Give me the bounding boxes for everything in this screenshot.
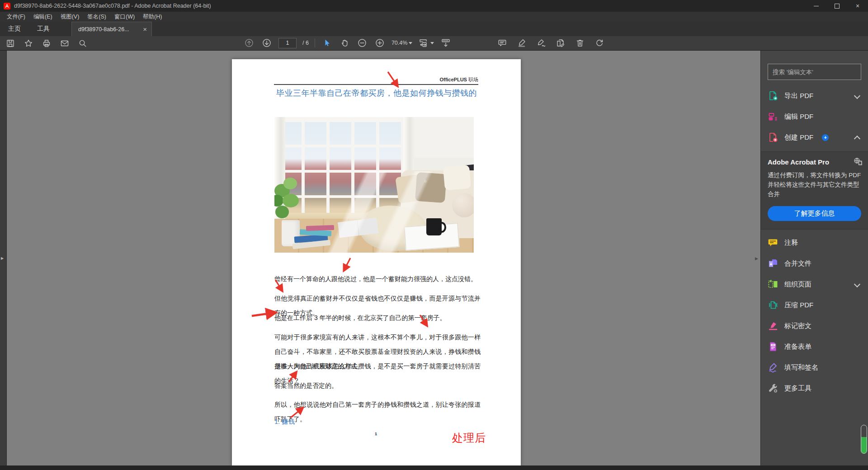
promo-body: 通过付费订阅，将文件转换为 PDF 并轻松将这些文件与其它文件类型合并: [768, 170, 861, 199]
toolbar-divider: [315, 38, 315, 47]
toolbar: / 6 70.4%: [0, 36, 868, 51]
menu-view[interactable]: 视图(V): [57, 12, 84, 22]
maximize-button[interactable]: [826, 0, 847, 12]
sidebar-item-combine-files[interactable]: 合并文件: [761, 253, 868, 274]
highlight-tool-button[interactable]: [516, 37, 528, 49]
minimize-button[interactable]: [806, 0, 826, 12]
titlebar: d9f38970-8ab6-2622-5448-3a067ae0c078.pdf…: [0, 0, 868, 12]
tools-search-input[interactable]: [768, 64, 861, 80]
menu-help[interactable]: 帮助(H): [139, 12, 166, 22]
window-bottom-edge: [0, 465, 868, 470]
edit-pdf-icon: [768, 111, 778, 122]
sidebar-item-prepare-form[interactable]: 准备表单: [761, 336, 868, 357]
maximize-icon: [835, 4, 840, 9]
sidebar-item-more-tools[interactable]: 更多工具: [761, 378, 868, 399]
tab-close-icon[interactable]: ×: [142, 25, 148, 33]
zoom-in-button[interactable]: [374, 37, 386, 49]
menu-sign[interactable]: 签名(S): [83, 12, 110, 22]
menu-edit[interactable]: 编辑(E): [29, 12, 57, 22]
reading-mode-button[interactable]: [440, 37, 452, 49]
chevron-down-icon[interactable]: [854, 93, 860, 99]
tab-home[interactable]: 主页: [0, 22, 29, 36]
zoom-out-button[interactable]: [356, 37, 368, 49]
tools-sidebar: 导出 PDF 编辑 PDF 创建 PDF +: [760, 51, 868, 465]
export-pdf-icon: [768, 90, 778, 101]
chevron-down-icon[interactable]: [854, 281, 860, 287]
menu-window[interactable]: 窗口(W): [110, 12, 139, 22]
photo-magazine: [306, 225, 334, 231]
search-icon[interactable]: [77, 38, 89, 49]
email-button[interactable]: [59, 38, 71, 49]
page-number-input[interactable]: [278, 38, 297, 48]
save-button[interactable]: [5, 38, 16, 49]
delete-page-button[interactable]: [574, 37, 586, 49]
hand-tool-button[interactable]: [339, 37, 350, 49]
acrobat-window: d9f38970-8ab6-2622-5448-3a067ae0c078.pdf…: [0, 0, 868, 470]
red-arrow-paragraph3: [252, 313, 274, 316]
right-panel-toggle-icon[interactable]: ▶: [755, 256, 758, 261]
sidebar-item-label: 压缩 PDF: [784, 301, 813, 310]
sidebar-item-label: 填写和签名: [784, 363, 818, 372]
sidebar-item-redact[interactable]: 标记密文: [761, 315, 868, 336]
learn-more-button[interactable]: 了解更多信息: [768, 206, 861, 221]
photo-cushion: [415, 172, 447, 203]
sidebar-item-organize-pages[interactable]: 组织页面: [761, 274, 868, 295]
edit-page-tool-button[interactable]: [555, 37, 566, 49]
compress-pdf-icon: [768, 300, 778, 310]
close-icon: ×: [856, 2, 859, 9]
fill-sign-icon: [768, 362, 778, 373]
sidebar-item-label: 合并文件: [784, 259, 811, 268]
chevron-up-icon[interactable]: [854, 136, 860, 142]
left-panel-expand-icon[interactable]: ▶: [1, 256, 4, 260]
main-area: ▶ ▶ OfficePLUS 职场 毕业三年半靠自己在帝都买房，他是如何挣钱与攒…: [0, 51, 868, 465]
sidebar-item-label: 标记密文: [784, 322, 811, 330]
photo-cushion: [443, 165, 471, 191]
sidebar-item-label: 更多工具: [784, 384, 811, 393]
page-number: 1: [375, 432, 377, 436]
minimize-icon: [814, 6, 819, 6]
photo-mug: [426, 218, 442, 235]
sidebar-item-label: 导出 PDF: [784, 92, 813, 100]
header-tag: 职场: [467, 77, 478, 82]
tools-list: 注释 合并文件 组织页面: [761, 232, 868, 399]
scroll-indicator[interactable]: [861, 425, 867, 454]
rotate-page-button[interactable]: [594, 37, 605, 49]
sidebar-item-fill-sign[interactable]: 填写和签名: [761, 357, 868, 378]
fill-sign-tool-button[interactable]: [535, 37, 547, 49]
create-pdf-icon: [768, 132, 778, 143]
fit-width-dropdown[interactable]: [418, 38, 434, 48]
print-button[interactable]: [41, 38, 52, 49]
doc-paragraph: 所以，他想说说他对自己第一套房子的挣钱和攒钱之道，别让夸张的报道吓趴下了。: [274, 397, 481, 426]
quick-actions-list: 导出 PDF 编辑 PDF 创建 PDF +: [761, 85, 868, 148]
doc-paragraph: 曾经有一个算命的人跟他说过，他是一个蓄财能力很强的人，这点没错。: [274, 272, 481, 286]
acrobat-pro-promo: Adobe Acrobat Pro 通过付费订阅，将文件转换为 PDF 并轻松将…: [761, 151, 868, 230]
menu-file[interactable]: 文件(F): [3, 12, 29, 22]
sidebar-item-comment[interactable]: 注释: [761, 232, 868, 253]
redact-icon: [768, 320, 778, 331]
menubar: 文件(F) 编辑(E) 视图(V) 签名(S) 窗口(W) 帮助(H): [0, 12, 868, 22]
previous-page-button[interactable]: [243, 37, 255, 49]
sidebar-item-create-pdf[interactable]: 创建 PDF +: [761, 127, 868, 148]
chevron-down-icon: [409, 42, 412, 44]
page-header: OfficePLUS 职场: [274, 76, 478, 85]
comment-icon: [768, 237, 778, 248]
next-page-button[interactable]: [261, 37, 273, 49]
sidebar-item-edit-pdf[interactable]: 编辑 PDF: [761, 106, 868, 127]
zoom-level-dropdown[interactable]: 70.4%: [392, 40, 412, 46]
left-panel-strip[interactable]: ▶: [0, 51, 7, 465]
select-tool-button[interactable]: [321, 37, 333, 49]
close-button[interactable]: ×: [847, 0, 868, 12]
document-viewport[interactable]: ▶ OfficePLUS 职场 毕业三年半靠自己在帝都买房，他是如何挣钱与攒钱的: [7, 51, 760, 465]
sidebar-item-export-pdf[interactable]: 导出 PDF: [761, 85, 868, 106]
chevron-down-icon: [430, 42, 434, 44]
doc-title: 毕业三年半靠自己在帝都买房，他是如何挣钱与攒钱的: [274, 88, 480, 99]
tab-tools[interactable]: 工具: [29, 22, 58, 36]
pdf-page: OfficePLUS 职场 毕业三年半靠自己在帝都买房，他是如何挣钱与攒钱的: [232, 59, 521, 465]
comment-tool-button[interactable]: [496, 37, 508, 49]
header-brand: OfficePLUS: [439, 77, 467, 82]
sidebar-item-compress-pdf[interactable]: 压缩 PDF: [761, 295, 868, 315]
red-arrow-paragraph1: [344, 258, 350, 270]
star-button[interactable]: [23, 38, 34, 49]
tab-document[interactable]: d9f38970-8ab6-26... ×: [71, 22, 152, 36]
combine-files-icon: [768, 258, 778, 269]
